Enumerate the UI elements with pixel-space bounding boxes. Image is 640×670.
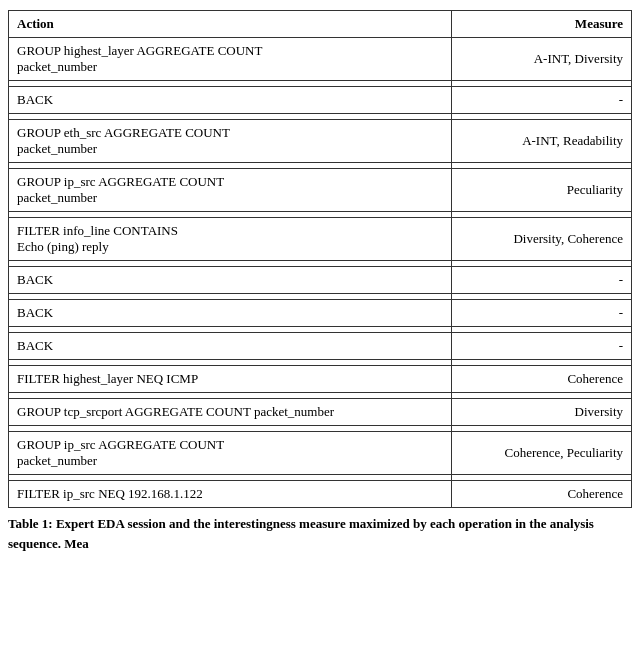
measure-cell: - [452,267,632,294]
table-row: BACK- [9,300,632,327]
table-row: FILTER info_line CONTAINSEcho (ping) rep… [9,218,632,261]
measure-cell: Coherence, Peculiarity [452,432,632,475]
action-cell: GROUP ip_src AGGREGATE COUNTpacket_numbe… [9,432,452,475]
measure-cell: Diversity, Coherence [452,218,632,261]
table-row: BACK- [9,267,632,294]
table-row: BACK- [9,87,632,114]
main-table: Action Measure GROUP highest_layer AGGRE… [8,10,632,508]
action-cell: BACK [9,267,452,294]
table-row: FILTER ip_src NEQ 192.168.1.122Coherence [9,481,632,508]
table-row: GROUP eth_src AGGREGATE COUNTpacket_numb… [9,120,632,163]
table-row: BACK- [9,333,632,360]
action-cell: FILTER ip_src NEQ 192.168.1.122 [9,481,452,508]
action-cell: BACK [9,87,452,114]
table-row: FILTER highest_layer NEQ ICMPCoherence [9,366,632,393]
header-action: Action [9,11,452,38]
table-caption: Table 1: Expert EDA session and the inte… [8,514,632,553]
header-measure: Measure [452,11,632,38]
measure-cell: Coherence [452,366,632,393]
action-cell: BACK [9,300,452,327]
action-cell: GROUP ip_src AGGREGATE COUNTpacket_numbe… [9,169,452,212]
table-row: GROUP highest_layer AGGREGATE COUNTpacke… [9,38,632,81]
measure-cell: - [452,300,632,327]
action-cell: BACK [9,333,452,360]
measure-cell: - [452,333,632,360]
action-cell: FILTER info_line CONTAINSEcho (ping) rep… [9,218,452,261]
measure-cell: A-INT, Readability [452,120,632,163]
table-row: GROUP ip_src AGGREGATE COUNTpacket_numbe… [9,432,632,475]
action-cell: GROUP highest_layer AGGREGATE COUNTpacke… [9,38,452,81]
action-cell: GROUP tcp_srcport AGGREGATE COUNT packet… [9,399,452,426]
table-row: GROUP tcp_srcport AGGREGATE COUNT packet… [9,399,632,426]
measure-cell: - [452,87,632,114]
measure-cell: Diversity [452,399,632,426]
action-cell: GROUP eth_src AGGREGATE COUNTpacket_numb… [9,120,452,163]
measure-cell: Peculiarity [452,169,632,212]
action-cell: FILTER highest_layer NEQ ICMP [9,366,452,393]
table-row: GROUP ip_src AGGREGATE COUNTpacket_numbe… [9,169,632,212]
measure-cell: A-INT, Diversity [452,38,632,81]
measure-cell: Coherence [452,481,632,508]
